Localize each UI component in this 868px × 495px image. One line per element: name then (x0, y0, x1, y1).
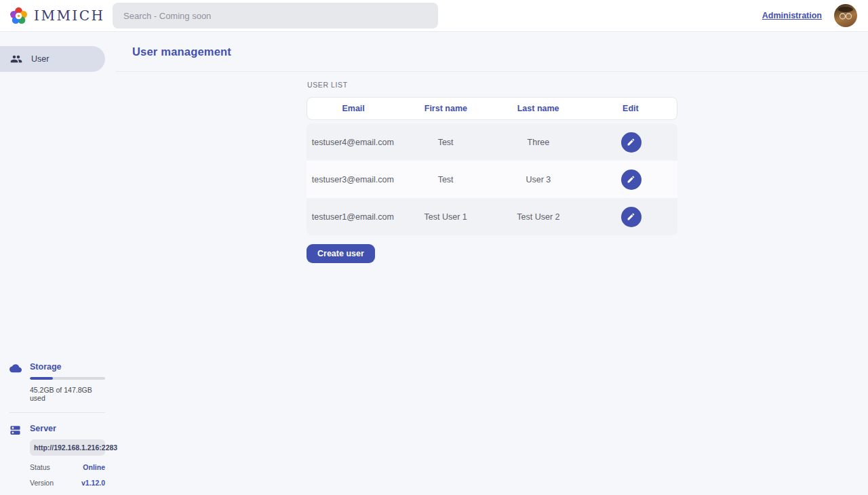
cell-last-name: User 3 (492, 175, 585, 184)
sidebar-divider (9, 412, 105, 413)
search-input[interactable] (113, 3, 438, 28)
sidebar-item-user[interactable]: User (0, 46, 105, 72)
storage-title: Storage (30, 362, 105, 372)
cell-email: testuser1@email.com (307, 212, 399, 222)
edit-user-button[interactable] (621, 170, 642, 190)
sidebar-item-user-label: User (31, 54, 49, 64)
users-icon (10, 53, 22, 65)
storage-progress-fill (30, 377, 53, 380)
version-label: Version (30, 479, 54, 487)
table-row: testuser1@email.com Test User 1 Test Use… (307, 198, 677, 235)
sidebar-bottom: Storage 45.2GB of 147.8GB used Server (9, 362, 105, 487)
pencil-icon (627, 138, 635, 146)
cell-last-name: Three (492, 138, 585, 147)
table-row: testuser4@email.com Test Three (307, 123, 677, 161)
avatar-glasses-icon (837, 7, 854, 24)
cell-first-name: Test User 1 (399, 212, 492, 222)
user-list-section: USER LIST Email First name Last name Edi… (307, 81, 677, 263)
storage-usage-text: 45.2GB of 147.8GB used (30, 386, 105, 402)
page-title: User management (132, 45, 231, 58)
cloud-icon (9, 362, 22, 402)
server-widget: Server http://192.168.1.216:2283 Status … (9, 424, 105, 487)
column-header-last-name: Last name (492, 104, 585, 113)
server-version-row: Version v1.12.0 (30, 479, 105, 487)
sidebar: User Storage 45.2GB of 147.8GB used (0, 32, 116, 495)
pencil-icon (627, 212, 635, 221)
user-avatar[interactable] (834, 4, 857, 27)
administration-link[interactable]: Administration (762, 11, 822, 20)
navbar: IMMICH Administration (0, 0, 868, 32)
cell-first-name: Test (399, 138, 492, 147)
user-list-label: USER LIST (307, 81, 677, 89)
version-value: v1.12.0 (81, 479, 105, 487)
create-user-button[interactable]: Create user (307, 244, 375, 263)
column-header-first-name: First name (399, 104, 492, 113)
brand-wordmark: IMMICH (34, 7, 105, 24)
cell-last-name: Test User 2 (492, 212, 585, 222)
table-row: testuser3@email.com Test User 3 (307, 161, 677, 198)
server-icon (9, 424, 22, 487)
server-title: Server (30, 424, 105, 433)
main-content: User management USER LIST Email First na… (116, 32, 868, 495)
table-body: testuser4@email.com Test Three testuser3… (307, 123, 677, 235)
status-value: Online (83, 463, 105, 471)
status-label: Status (30, 463, 50, 471)
cell-email: testuser4@email.com (307, 138, 399, 147)
navbar-right: Administration (762, 4, 868, 27)
edit-user-button[interactable] (621, 207, 642, 227)
pencil-icon (627, 175, 635, 184)
edit-user-button[interactable] (621, 132, 642, 153)
cell-email: testuser3@email.com (307, 175, 399, 184)
immich-flower-logo-icon (9, 7, 28, 25)
server-status-row: Status Online (30, 463, 105, 471)
server-url-badge: http://192.168.1.216:2283 (30, 439, 105, 456)
storage-widget: Storage 45.2GB of 147.8GB used (9, 362, 105, 402)
table-header: Email First name Last name Edit (307, 97, 677, 120)
immich-brand[interactable]: IMMICH (0, 7, 113, 25)
main-header: User management (116, 32, 868, 72)
storage-progress-bar (30, 377, 105, 380)
column-header-email: Email (307, 104, 399, 113)
column-header-edit: Edit (585, 104, 677, 113)
cell-first-name: Test (399, 175, 492, 184)
